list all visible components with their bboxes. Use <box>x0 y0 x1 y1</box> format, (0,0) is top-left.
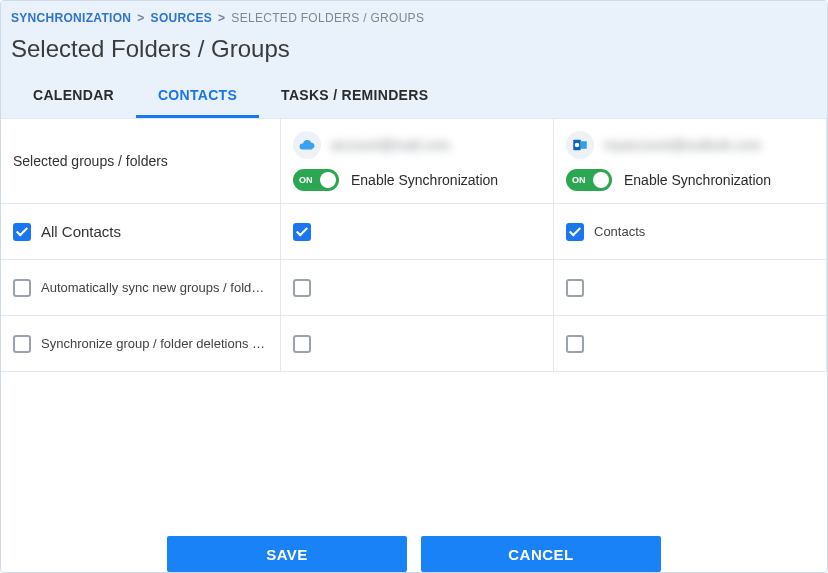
contacts-folder-account-2-checkbox[interactable] <box>566 223 584 241</box>
sync-deletions-account-2-checkbox[interactable] <box>566 335 584 353</box>
tab-tasks[interactable]: TASKS / REMINDERS <box>259 77 450 118</box>
auto-sync-label: Automatically sync new groups / folders <box>41 280 268 295</box>
outlook-icon <box>566 131 594 159</box>
enable-sync-toggle-account-2[interactable]: ON <box>566 169 612 191</box>
tab-calendar[interactable]: CALENDAR <box>11 77 136 118</box>
sync-deletions-label: Synchronize group / folder deletions (no… <box>41 336 268 351</box>
tabs: CALENDAR CONTACTS TASKS / REMINDERS <box>11 77 817 118</box>
cloud-icon <box>293 131 321 159</box>
tab-contacts[interactable]: CONTACTS <box>136 77 259 118</box>
toggle-on-label: ON <box>572 175 586 185</box>
cancel-button[interactable]: CANCEL <box>421 536 661 572</box>
row-sync-deletions-label-cell: Synchronize group / folder deletions (no… <box>1 316 281 372</box>
row-auto-sync-account-2 <box>554 260 827 316</box>
page-root: SYNCHRONIZATION > SOURCES > SELECTED FOL… <box>0 0 828 573</box>
row-auto-sync-account-1 <box>281 260 554 316</box>
grid-filler <box>1 372 827 522</box>
breadcrumb: SYNCHRONIZATION > SOURCES > SELECTED FOL… <box>11 11 817 25</box>
all-contacts-account-1-checkbox[interactable] <box>293 223 311 241</box>
svg-rect-1 <box>581 141 587 149</box>
enable-sync-label: Enable Synchronization <box>351 172 498 188</box>
sync-deletions-account-1-checkbox[interactable] <box>293 335 311 353</box>
toggle-knob <box>320 172 336 188</box>
column-header-groups: Selected groups / folders <box>1 119 281 204</box>
page-title: Selected Folders / Groups <box>11 35 817 63</box>
toggle-on-label: ON <box>299 175 313 185</box>
auto-sync-checkbox[interactable] <box>13 279 31 297</box>
breadcrumb-synchronization[interactable]: SYNCHRONIZATION <box>11 11 131 25</box>
row-all-contacts-account-1 <box>281 204 554 260</box>
save-button[interactable]: SAVE <box>167 536 407 572</box>
sync-deletions-checkbox[interactable] <box>13 335 31 353</box>
account-2-email: myaccount@outlook.com <box>604 137 761 153</box>
chevron-right-icon: > <box>218 11 225 25</box>
column-header-account-1: account@mail.com ON Enable Synchronizati… <box>281 119 554 204</box>
selected-groups-label: Selected groups / folders <box>13 153 168 169</box>
chevron-right-icon: > <box>137 11 144 25</box>
header: SYNCHRONIZATION > SOURCES > SELECTED FOL… <box>1 1 827 118</box>
toggle-knob <box>593 172 609 188</box>
row-all-contacts-account-2: Contacts <box>554 204 827 260</box>
footer: SAVE CANCEL <box>1 522 827 573</box>
contacts-folder-label: Contacts <box>594 224 645 239</box>
row-auto-sync-label-cell: Automatically sync new groups / folders <box>1 260 281 316</box>
enable-sync-toggle-account-1[interactable]: ON <box>293 169 339 191</box>
row-sync-deletions-account-2 <box>554 316 827 372</box>
all-contacts-label: All Contacts <box>41 223 121 240</box>
breadcrumb-current: SELECTED FOLDERS / GROUPS <box>231 11 424 25</box>
sync-grid: Selected groups / folders account@mail.c… <box>1 118 827 522</box>
all-contacts-checkbox[interactable] <box>13 223 31 241</box>
row-all-contacts-label-cell: All Contacts <box>1 204 281 260</box>
svg-point-2 <box>575 143 580 148</box>
column-header-account-2: myaccount@outlook.com ON Enable Synchron… <box>554 119 827 204</box>
auto-sync-account-1-checkbox[interactable] <box>293 279 311 297</box>
row-sync-deletions-account-1 <box>281 316 554 372</box>
auto-sync-account-2-checkbox[interactable] <box>566 279 584 297</box>
breadcrumb-sources[interactable]: SOURCES <box>151 11 212 25</box>
account-1-email: account@mail.com <box>331 137 450 153</box>
enable-sync-label: Enable Synchronization <box>624 172 771 188</box>
